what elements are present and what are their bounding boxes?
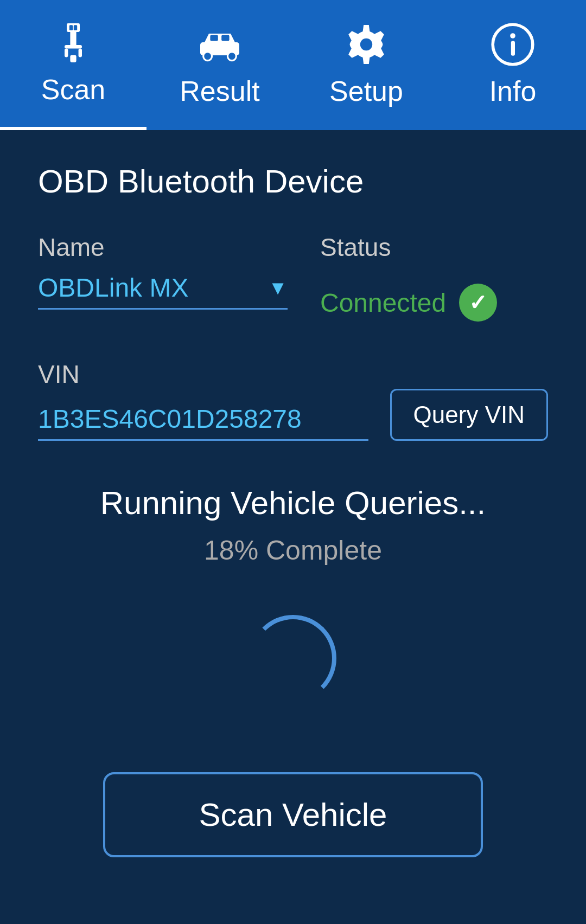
section-title: OBD Bluetooth Device: [38, 163, 548, 200]
nav-label-scan: Scan: [41, 73, 106, 106]
vin-value: 1B3ES46C01D258278: [38, 405, 302, 433]
svg-rect-6: [69, 25, 73, 30]
svg-rect-4: [79, 48, 82, 57]
svg-point-11: [203, 52, 212, 61]
nav-item-info[interactable]: Info: [440, 0, 586, 130]
name-label: Name: [38, 233, 288, 262]
query-vin-button[interactable]: Query VIN: [390, 389, 548, 441]
status-field-group: Status Connected: [320, 233, 497, 322]
gear-icon: [345, 23, 388, 66]
svg-rect-3: [65, 48, 68, 57]
svg-rect-10: [221, 35, 229, 41]
nav-item-scan[interactable]: Scan: [0, 0, 146, 130]
vin-label: VIN: [38, 360, 80, 388]
complete-percent-text: 18% Complete: [204, 535, 382, 566]
device-name-value: OBDLink MX: [38, 273, 259, 303]
status-label: Status: [320, 233, 497, 262]
spinner-container: [244, 609, 342, 707]
vin-section: VIN 1B3ES46C01D258278 Query VIN: [38, 360, 548, 441]
device-row: Name OBDLink MX ▼ Status Connected: [38, 233, 548, 322]
info-icon: [491, 23, 534, 66]
running-queries-text: Running Vehicle Queries...: [100, 484, 486, 522]
svg-point-18: [510, 33, 515, 39]
loading-spinner: [250, 615, 336, 702]
main-content: OBD Bluetooth Device Name OBDLink MX ▼ S…: [0, 130, 586, 924]
nav-item-result[interactable]: Result: [146, 0, 293, 130]
svg-rect-2: [65, 45, 82, 48]
nav-label-setup: Setup: [329, 75, 403, 107]
progress-section: Running Vehicle Queries... 18% Complete …: [38, 484, 548, 857]
svg-rect-1: [70, 32, 76, 47]
nav-label-result: Result: [180, 75, 259, 107]
nav-label-info: Info: [489, 75, 537, 107]
car-icon: [198, 23, 241, 66]
svg-rect-5: [70, 55, 76, 62]
svg-rect-7: [74, 25, 77, 30]
scan-vehicle-button[interactable]: Scan Vehicle: [103, 772, 483, 857]
usb-icon: [52, 21, 95, 65]
nav-item-setup[interactable]: Setup: [293, 0, 440, 130]
connected-check-icon: [459, 284, 497, 322]
device-select[interactable]: OBDLink MX ▼: [38, 273, 288, 310]
svg-point-15: [360, 39, 372, 50]
svg-rect-9: [210, 35, 218, 41]
name-field-group: Name OBDLink MX ▼: [38, 233, 288, 310]
nav-bar: Scan Result Setup: [0, 0, 586, 130]
svg-rect-0: [67, 23, 80, 32]
status-text: Connected: [320, 288, 446, 318]
vin-input-wrapper: 1B3ES46C01D258278: [38, 404, 368, 441]
svg-rect-17: [511, 41, 515, 56]
status-value-row: Connected: [320, 284, 497, 322]
chevron-down-icon: ▼: [268, 277, 288, 299]
svg-point-12: [227, 52, 236, 61]
vin-row: 1B3ES46C01D258278 Query VIN: [38, 389, 548, 441]
